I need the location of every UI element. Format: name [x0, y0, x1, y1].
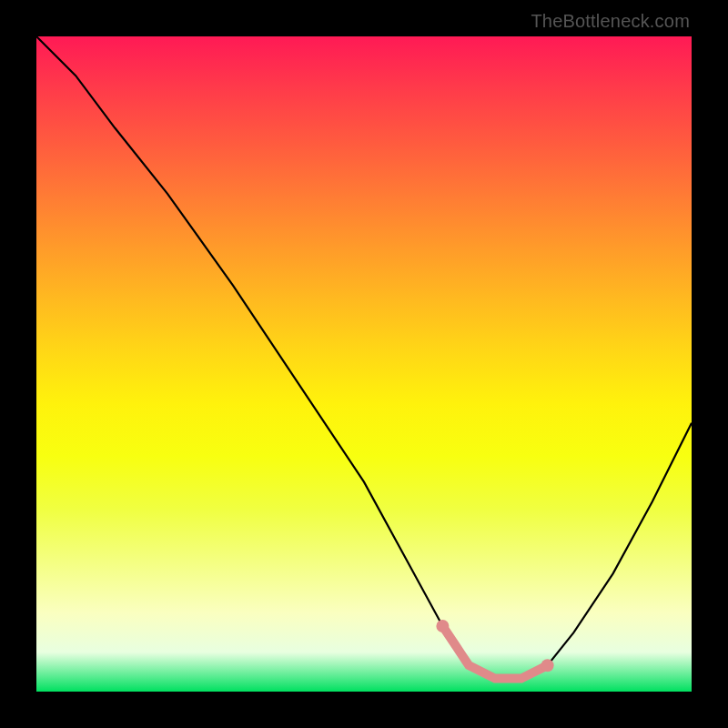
- highlight-bottom-segment: [442, 626, 547, 679]
- chart-frame: TheBottleneck.com: [0, 0, 728, 728]
- highlight-dot-right: [541, 659, 554, 672]
- plot-area: [36, 36, 692, 692]
- curve-svg: [36, 36, 692, 692]
- highlight-dot-left: [436, 620, 449, 632]
- bottleneck-curve: [36, 36, 692, 679]
- watermark-text: TheBottleneck.com: [531, 11, 690, 32]
